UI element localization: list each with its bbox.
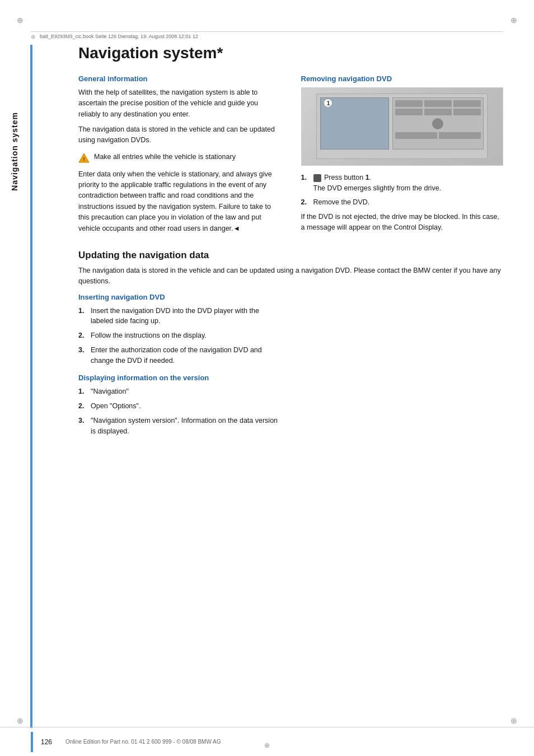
display-step3-text: "Navigation system version". Information… [91,416,281,437]
general-info-para1: With the help of satellites, the navigat… [78,87,281,120]
crosshair-bottom-left [16,716,25,725]
remove-step1-bold: 1 [366,174,369,181]
display-step-3: 3. "Navigation system version". Informat… [78,416,281,437]
display-step2-text: Open "Options". [91,401,140,412]
display-steps-list: 1. "Navigation" 2. Open "Options". 3. "N… [78,386,281,436]
general-info-para3: Enter data only when the vehicle is stat… [78,169,281,234]
remove-step2-text: Remove the DVD. [313,197,370,208]
display-step1-text: "Navigation" [91,386,129,397]
display-step-1: 1. "Navigation" [78,386,281,397]
removing-heading: Removing navigation DVD [301,74,504,83]
two-column-layout: General information With the help of sat… [78,74,503,239]
insert-steps-list: 1. Insert the navigation DVD into the DV… [78,306,281,366]
general-info-heading: General information [78,74,281,83]
remove-step1-prefix: Press button [324,174,366,181]
button-icon [313,174,321,182]
remove-step-2: 2. Remove the DVD. [301,197,504,208]
footer: 126 Online Edition for Part no. 01 41 2 … [0,727,534,756]
update-para1: The navigation data is stored in the veh… [78,265,503,287]
insert-step-1: 1. Insert the navigation DVD into the DV… [78,306,281,327]
nav-device-image: 1 [301,87,504,166]
page-title: Navigation system* [78,45,503,62]
svg-text:!: ! [83,156,85,162]
displaying-heading: Displaying information on the version [78,374,281,382]
right-column: Removing navigation DVD 1 [301,74,504,239]
header-strip-text: ba8_E9293M3_cic.book Seite 126 Dienstag,… [40,34,198,39]
inserting-heading: Inserting navigation DVD [78,293,281,301]
general-info-para2: The navigation data is stored in the veh… [78,124,281,146]
remove-step1-desc: The DVD emerges slightly from the drive. [313,184,442,192]
insert-step3-text: Enter the authorization code of the navi… [91,345,281,366]
crosshair-top-right [509,16,518,25]
crosshair-top-left [16,16,25,25]
left-column: General information With the help of sat… [78,74,281,239]
warning-text: Make all entries while the vehicle is st… [94,152,236,162]
footer-page-number: 126 [41,738,63,746]
removing-steps-list: 1. Press button 1. The DVD emerges sligh… [301,172,504,208]
footer-text: Online Edition for Part no. 01 41 2 600 … [65,739,221,745]
left-accent-bar [30,45,32,728]
remove-step-1: 1. Press button 1. The DVD emerges sligh… [301,172,504,194]
insert-step-2: 2. Follow the instructions on the displa… [78,330,281,341]
update-subcols: Inserting navigation DVD 1. Insert the n… [78,293,503,441]
sidebar-label: Navigation system [10,112,19,191]
warning-box: ! Make all entries while the vehicle is … [78,152,281,164]
update-heading: Updating the navigation data [78,250,503,261]
main-content: Navigation system* General information W… [78,45,503,700]
crosshair-bottom-right [509,716,518,725]
update-section: Updating the navigation data The navigat… [78,250,503,441]
header-crosshair-icon: ⊕ [31,34,36,39]
update-right-placeholder [301,293,504,441]
footer-crosshair-icon: ⊕ [264,741,270,749]
insert-step1-text: Insert the navigation DVD into the DVD p… [91,306,281,327]
remove-note: If the DVD is not ejected, the drive may… [301,212,504,234]
inserting-col: Inserting navigation DVD 1. Insert the n… [78,293,281,441]
warning-icon: ! [78,152,90,164]
footer-accent-bar [31,732,33,752]
header-strip: ⊕ ba8_E9293M3_cic.book Seite 126 Diensta… [31,31,503,39]
insert-step-3: 3. Enter the authorization code of the n… [78,345,281,366]
insert-step2-text: Follow the instructions on the display. [91,330,207,341]
display-step-2: 2. Open "Options". [78,401,281,412]
remove-step1-period: . [369,174,371,181]
